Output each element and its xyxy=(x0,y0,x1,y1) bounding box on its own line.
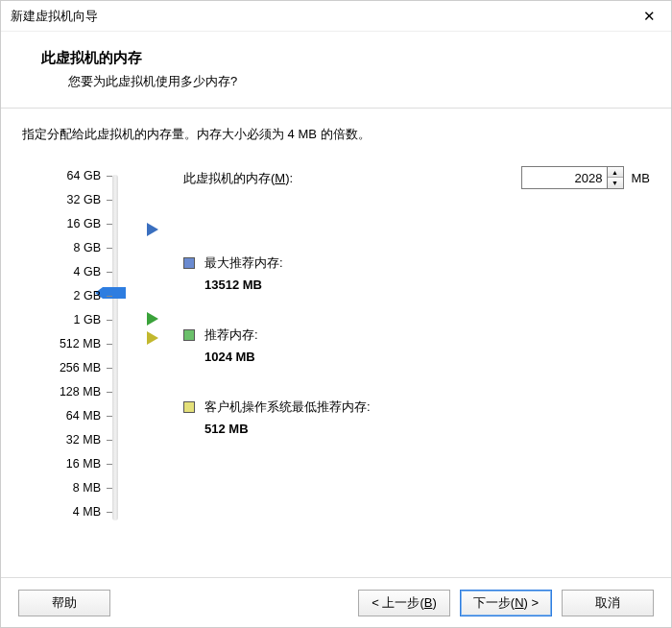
tick-4mb: 4 MB xyxy=(43,505,101,519)
tick-16mb: 16 MB xyxy=(43,457,101,471)
titlebar: 新建虚拟机向导 ✕ xyxy=(1,1,671,32)
legend-min: 客户机操作系统最低推荐内存: 512 MB xyxy=(183,399,371,436)
instruction-text: 指定分配给此虚拟机的内存量。内存大小必须为 4 MB 的倍数。 xyxy=(22,126,650,143)
tick-4gb: 4 GB xyxy=(43,265,101,278)
memory-spin-down[interactable]: ▼ xyxy=(608,178,623,188)
wizard-footer: 帮助 < 上一步(B) 下一步(N) > 取消 xyxy=(1,577,671,627)
memory-area: 64 GB 32 GB 16 GB 8 GB 4 GB 2 GB 1 GB 51… xyxy=(22,170,650,535)
page-subtext: 您要为此虚拟机使用多少内存? xyxy=(68,73,644,90)
wizard-header: 此虚拟机的内存 您要为此虚拟机使用多少内存? xyxy=(1,32,671,109)
tick-8mb: 8 MB xyxy=(43,481,101,495)
memory-spin-up[interactable]: ▲ xyxy=(608,167,623,178)
tick-128mb: 128 MB xyxy=(43,385,101,399)
legend-min-label: 客户机操作系统最低推荐内存: xyxy=(204,399,371,416)
tick-8gb: 8 GB xyxy=(43,241,101,254)
tick-64gb: 64 GB xyxy=(43,169,101,182)
window-title: 新建虚拟机向导 xyxy=(11,8,98,25)
legend-min-icon xyxy=(183,401,195,413)
memory-slider-thumb[interactable] xyxy=(103,287,126,299)
tick-512mb: 512 MB xyxy=(43,337,101,350)
help-button[interactable]: 帮助 xyxy=(18,590,110,616)
memory-slider-column: 64 GB 32 GB 16 GB 8 GB 4 GB 2 GB 1 GB 51… xyxy=(22,170,128,525)
next-button[interactable]: 下一步(N) > xyxy=(460,590,552,616)
legend-max: 最大推荐内存: 13512 MB xyxy=(183,254,283,292)
memory-spin-buttons: ▲ ▼ xyxy=(608,166,624,189)
marker-min-icon xyxy=(147,331,158,345)
marker-max-icon xyxy=(147,223,158,236)
legend-max-icon xyxy=(183,257,195,269)
close-button[interactable]: ✕ xyxy=(627,1,671,32)
back-button[interactable]: < 上一步(B) xyxy=(358,590,450,616)
close-icon: ✕ xyxy=(643,8,656,25)
wizard-content: 指定分配给此虚拟机的内存量。内存大小必须为 4 MB 的倍数。 64 GB 32… xyxy=(1,109,671,577)
tick-32mb: 32 MB xyxy=(43,433,101,447)
tick-64mb: 64 MB xyxy=(43,409,101,423)
legend-min-value: 512 MB xyxy=(204,422,371,436)
memory-slider-track[interactable] xyxy=(112,175,118,520)
memory-input-label: 此虚拟机的内存(M): xyxy=(183,171,293,185)
page-heading: 此虚拟机的内存 xyxy=(41,49,644,67)
memory-input[interactable] xyxy=(521,166,608,189)
legend-max-label: 最大推荐内存: xyxy=(204,254,283,272)
memory-unit: MB xyxy=(632,171,651,185)
tick-2gb: 2 GB xyxy=(43,289,101,302)
cancel-button[interactable]: 取消 xyxy=(562,590,654,616)
legend-rec-value: 1024 MB xyxy=(204,350,258,364)
marker-rec-icon xyxy=(147,312,158,326)
memory-input-row: 此虚拟机的内存(M): ▲ ▼ MB xyxy=(183,170,650,187)
tick-16gb: 16 GB xyxy=(43,217,101,230)
tick-1gb: 1 GB xyxy=(43,313,101,326)
legend-rec-icon xyxy=(183,329,195,341)
wizard-window: 新建虚拟机向导 ✕ 此虚拟机的内存 您要为此虚拟机使用多少内存? 指定分配给此虚… xyxy=(0,0,672,628)
tick-32gb: 32 GB xyxy=(43,193,101,206)
tick-256mb: 256 MB xyxy=(43,361,101,374)
memory-spinbox: ▲ ▼ MB xyxy=(521,166,651,189)
legend-max-value: 13512 MB xyxy=(204,278,283,292)
legend-rec-label: 推荐内存: xyxy=(204,326,258,344)
legend-rec: 推荐内存: 1024 MB xyxy=(183,326,258,364)
